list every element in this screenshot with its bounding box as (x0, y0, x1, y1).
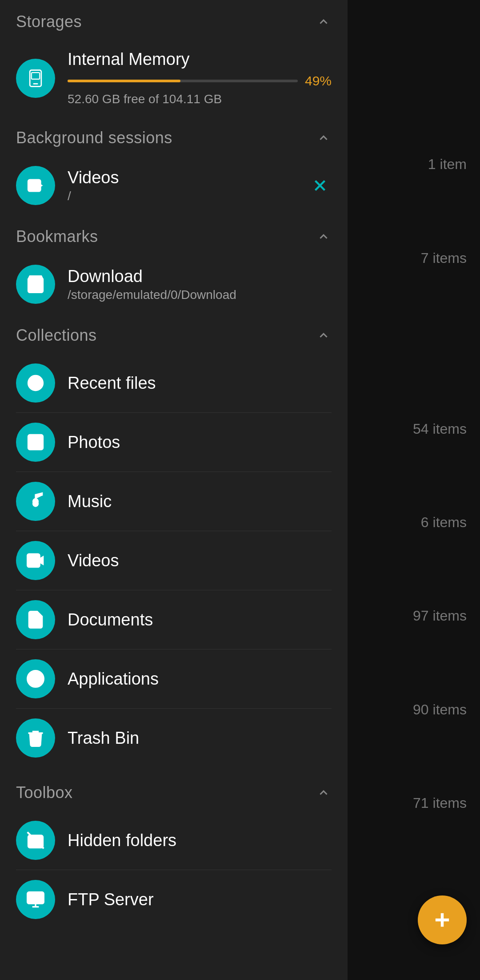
videos-collection-item[interactable]: Videos (0, 531, 348, 590)
music-label: Music (68, 492, 332, 511)
right-panel: 1 item 7 items 54 items 6 items 97 items… (348, 0, 480, 980)
applications-name: Applications (68, 669, 332, 689)
music-name: Music (68, 492, 332, 511)
hidden-folders-name: Hidden folders (68, 831, 332, 850)
right-item-applications (348, 826, 480, 903)
ftp-server-item[interactable]: FTP Server (0, 870, 348, 929)
download-name: Download (68, 267, 332, 286)
right-item-collections-header (348, 281, 480, 358)
storage-bar-fill (68, 80, 180, 82)
svg-point-17 (34, 682, 37, 684)
documents-label: Documents (68, 610, 332, 629)
ftp-server-name: FTP Server (68, 890, 332, 909)
right-item-3: 7 items (348, 187, 480, 280)
bookmarks-title: Bookmarks (16, 227, 98, 246)
recent-files-name: Recent files (68, 374, 332, 393)
collections-title: Collections (16, 326, 97, 345)
download-bookmark-item[interactable]: Download /storage/emulated/0/Download (0, 255, 348, 314)
storage-bar-row: 49% (68, 73, 332, 89)
trash-bin-name: Trash Bin (68, 729, 332, 748)
videos-bg-label: Videos / (68, 168, 308, 203)
documents-name: Documents (68, 610, 332, 629)
recent-files-label: Recent files (68, 374, 332, 393)
svg-rect-13 (28, 554, 40, 567)
photos-icon (16, 423, 55, 462)
right-item-2: 1 item (348, 93, 480, 187)
internal-memory-item[interactable]: Internal Memory 49% 52.60 GB free of 104… (0, 40, 348, 116)
svg-point-26 (34, 897, 37, 899)
applications-icon (16, 659, 55, 698)
hidden-folders-icon (16, 821, 55, 860)
background-sessions-header: Background sessions (0, 116, 348, 156)
storage-percent: 49% (305, 73, 332, 89)
plus-icon (431, 908, 454, 932)
videos-bg-close-button[interactable] (308, 174, 332, 197)
download-icon (16, 265, 55, 304)
photos-label: Photos (68, 433, 332, 452)
applications-item[interactable]: Applications (0, 649, 348, 708)
storage-info: Internal Memory 49% 52.60 GB free of 104… (68, 50, 332, 106)
svg-rect-2 (32, 73, 40, 79)
photos-item[interactable]: Photos (0, 413, 348, 472)
music-count: 97 items (413, 608, 467, 624)
svg-rect-1 (33, 83, 38, 85)
download-subtitle: /storage/emulated/0/Download (68, 288, 332, 302)
right-item-documents: 71 items (348, 732, 480, 826)
toolbox-title: Toolbox (16, 783, 73, 802)
music-icon (16, 482, 55, 521)
videos-collection-name: Videos (68, 551, 332, 570)
right-item-1 (348, 0, 480, 93)
videos-bg-subtitle: / (68, 189, 308, 203)
photos-count: 6 items (421, 514, 467, 531)
videos-collection-label: Videos (68, 551, 332, 570)
storages-header: Storages (0, 0, 348, 40)
ftp-server-icon (16, 880, 55, 919)
hidden-folders-label: Hidden folders (68, 831, 332, 850)
background-session-videos-item[interactable]: Videos / (0, 156, 348, 215)
recent-files-icon (16, 363, 55, 403)
storages-chevron-icon[interactable] (316, 14, 332, 30)
background-sessions-title: Background sessions (16, 129, 172, 147)
videos-collection-icon (16, 541, 55, 580)
collections-chevron-icon[interactable] (316, 327, 332, 343)
left-panel: Storages Internal Memory 49% 52.60 GB fr… (0, 0, 348, 980)
trash-bin-item[interactable]: Trash Bin (0, 709, 348, 767)
toolbox-chevron-icon[interactable] (316, 785, 332, 801)
toolbox-header: Toolbox (0, 771, 348, 811)
toolbox-section: Toolbox Hidden folders (0, 771, 348, 929)
storage-bar (68, 80, 298, 82)
music-item[interactable]: Music (0, 472, 348, 531)
right-item-videos-col: 90 items (348, 638, 480, 732)
background-sessions-chevron-icon[interactable] (316, 130, 332, 146)
storages-title: Storages (16, 12, 82, 31)
ftp-server-label: FTP Server (68, 890, 332, 909)
internal-memory-icon (16, 59, 55, 98)
videos-bg-icon (16, 166, 55, 205)
storage-detail: 52.60 GB free of 104.11 GB (68, 92, 332, 106)
download-label: Download /storage/emulated/0/Download (68, 267, 332, 302)
recent-files-count: 54 items (413, 421, 467, 437)
svg-point-11 (32, 438, 34, 441)
trash-bin-icon (16, 718, 55, 758)
storage-name: Internal Memory (68, 50, 332, 69)
recent-files-item[interactable]: Recent files (0, 354, 348, 412)
trash-bin-label: Trash Bin (68, 729, 332, 748)
bookmarks-count: 7 items (421, 250, 467, 266)
documents-icon (16, 600, 55, 639)
right-item-photos: 6 items (348, 452, 480, 545)
applications-label: Applications (68, 669, 332, 689)
photos-name: Photos (68, 433, 332, 452)
videos-collection-count: 90 items (413, 702, 467, 718)
bookmarks-header: Bookmarks (0, 215, 348, 255)
bookmarks-chevron-icon[interactable] (316, 229, 332, 245)
right-item-music: 97 items (348, 545, 480, 638)
videos-bg-name: Videos (68, 168, 308, 187)
right-item-recent-files: 54 items (348, 358, 480, 451)
hidden-folders-item[interactable]: Hidden folders (0, 811, 348, 870)
bg-session-count: 1 item (428, 156, 467, 173)
documents-count: 71 items (413, 795, 467, 811)
svg-point-25 (30, 897, 33, 899)
add-fab-button[interactable] (418, 895, 467, 944)
documents-item[interactable]: Documents (0, 590, 348, 649)
collections-header: Collections (0, 314, 348, 354)
